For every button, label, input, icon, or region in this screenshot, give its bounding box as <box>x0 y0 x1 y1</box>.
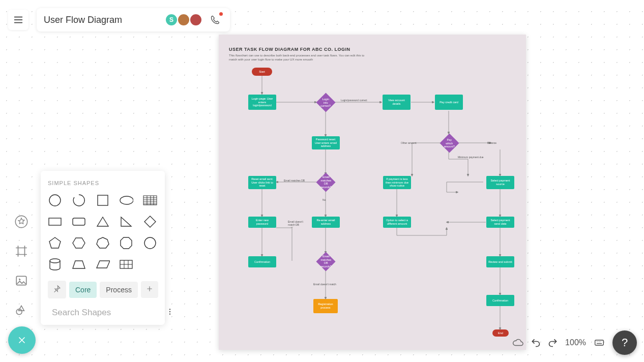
node-select-date[interactable]: Select payment send date <box>486 217 514 228</box>
undo-icon <box>531 338 541 348</box>
shape-rectangle[interactable] <box>48 215 62 229</box>
shape-decagon[interactable] <box>143 236 157 250</box>
node-review[interactable]: Review and submit <box>486 256 514 267</box>
label-other-amount: Other amount <box>401 141 417 144</box>
shape-ellipse[interactable] <box>119 193 133 207</box>
shapes-more-button[interactable] <box>164 306 176 320</box>
shape-circle[interactable] <box>48 193 62 207</box>
diagram-page[interactable]: USER TASK FLOW DIAGRAM FOR ABC CO. LOGIN… <box>219 35 526 350</box>
shape-arc[interactable] <box>72 193 86 207</box>
menu-button[interactable] <box>8 10 28 30</box>
svg-point-4 <box>49 195 61 206</box>
more-vertical-icon <box>166 308 174 316</box>
label-no: No <box>323 198 326 201</box>
node-end[interactable]: End <box>492 329 509 337</box>
left-toolbar <box>11 212 32 320</box>
close-icon <box>17 335 27 345</box>
undo-button[interactable] <box>531 338 541 348</box>
shape-rounded-rect[interactable] <box>72 215 86 229</box>
collaborators: S <box>168 12 223 27</box>
tab-process[interactable]: Process <box>100 282 138 298</box>
label-balance: Balance <box>487 141 496 144</box>
shapes-panel-title: SIMPLE SHAPES <box>48 180 158 186</box>
zoom-level[interactable]: 100% <box>565 338 586 347</box>
shape-cylinder[interactable] <box>48 257 62 272</box>
node-pay-card[interactable]: Pay credit card <box>435 95 463 110</box>
svg-point-16 <box>169 313 170 314</box>
svg-rect-8 <box>49 218 61 225</box>
node-enter-pwd[interactable]: Enter new password <box>248 217 276 228</box>
svg-rect-7 <box>143 196 157 205</box>
close-panel-button[interactable] <box>8 326 36 354</box>
label-no-match-db: Email doesn't match DB <box>288 220 303 226</box>
search-shapes-input[interactable] <box>52 308 160 318</box>
label-no-match2: Email doesn't match <box>313 283 336 286</box>
svg-point-11 <box>50 259 60 263</box>
shape-pentagon[interactable] <box>48 236 62 250</box>
svg-rect-17 <box>595 340 604 345</box>
connectors <box>219 35 526 350</box>
node-confirmation2[interactable]: Confirmation <box>486 295 514 306</box>
tab-core[interactable]: Core <box>69 282 97 298</box>
node-reenter-email[interactable]: Re-enter email address <box>312 217 340 228</box>
hamburger-icon <box>13 14 24 25</box>
shape-table[interactable] <box>119 257 133 272</box>
svg-point-14 <box>169 309 170 310</box>
notification-dot <box>219 12 223 16</box>
node-reg-process[interactable]: Registration process <box>313 299 338 313</box>
shapes-icon <box>15 304 28 317</box>
shape-trapezoid[interactable] <box>72 257 86 272</box>
shape-right-triangle[interactable] <box>119 215 133 229</box>
shape-heptagon[interactable] <box>96 236 110 250</box>
keyboard-button[interactable] <box>593 338 605 348</box>
shape-hexagon[interactable] <box>72 236 86 250</box>
shape-diamond[interactable] <box>143 215 157 229</box>
document-title[interactable]: User Flow Diagram <box>44 15 122 25</box>
svg-point-10 <box>144 237 156 249</box>
node-option-diff[interactable]: Option to select a different amount <box>383 217 411 228</box>
shape-square[interactable] <box>96 193 110 207</box>
top-bar: User Flow Diagram S <box>8 8 230 32</box>
more-shapes-tool[interactable] <box>11 300 32 320</box>
node-login-page[interactable]: Login page: User enters login/password <box>248 95 276 110</box>
search-shapes-row <box>48 306 158 320</box>
help-button[interactable]: ? <box>612 330 637 355</box>
svg-rect-5 <box>98 195 108 205</box>
shape-table-dense[interactable] <box>143 193 157 207</box>
avatar[interactable]: S <box>165 13 178 26</box>
svg-rect-1 <box>16 276 26 285</box>
node-if-min[interactable]: If payment is less than minimum due show… <box>383 176 411 189</box>
svg-rect-9 <box>73 218 85 225</box>
shapes-panel: SIMPLE SHAPES Core Process <box>41 171 165 325</box>
node-view-account[interactable]: View account details <box>383 95 411 110</box>
frame-tool[interactable] <box>11 241 32 261</box>
call-button[interactable] <box>208 12 223 27</box>
shape-triangle[interactable] <box>96 215 110 229</box>
frame-icon <box>15 245 28 258</box>
image-tool[interactable] <box>11 270 32 291</box>
avatar[interactable] <box>177 13 190 26</box>
cloud-icon <box>512 337 523 348</box>
node-pwd-reset[interactable]: Password reset: User enters email addres… <box>312 136 340 149</box>
shapes-grid <box>48 193 158 272</box>
redo-icon <box>548 338 558 348</box>
node-confirmation1[interactable]: Confirmation <box>248 256 276 267</box>
node-start[interactable]: Start <box>252 68 272 76</box>
node-reset-email[interactable]: Reset email sent: User clicks link to re… <box>248 176 276 189</box>
add-tab[interactable] <box>141 281 158 298</box>
question-icon: ? <box>622 336 628 349</box>
cloud-sync-button[interactable] <box>512 337 523 348</box>
shape-parallelogram[interactable] <box>96 257 110 272</box>
bottom-controls: 100% ? <box>512 330 637 355</box>
redo-button[interactable] <box>548 338 558 348</box>
svg-point-2 <box>19 279 20 280</box>
pin-tab[interactable] <box>48 281 66 298</box>
phone-icon <box>210 15 220 25</box>
shape-octagon[interactable] <box>119 236 133 250</box>
shapes-tool[interactable] <box>11 212 32 232</box>
plus-icon <box>146 285 153 292</box>
label-min-pay: Minimum payment due <box>458 156 484 159</box>
label-login-correct: Login/password correct <box>341 99 367 102</box>
node-select-src[interactable]: Select payment source <box>486 176 514 189</box>
avatar[interactable] <box>189 13 202 26</box>
